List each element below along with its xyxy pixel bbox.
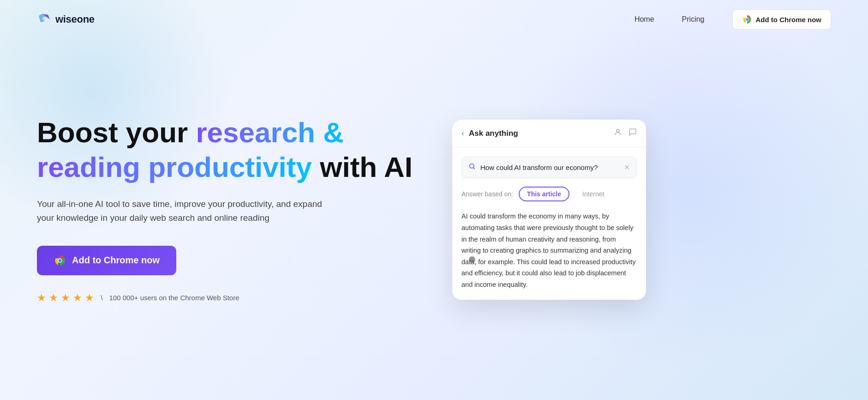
back-arrow-icon[interactable]: ‹ xyxy=(461,128,464,138)
svg-line-9 xyxy=(473,168,475,169)
logo[interactable]: wiseone xyxy=(37,12,95,27)
svg-point-0 xyxy=(42,17,46,20)
filter-internet-button[interactable]: Internet xyxy=(575,188,611,200)
svg-point-7 xyxy=(617,129,619,132)
navbar: wiseone Home Pricing Add to Chrome now xyxy=(0,0,868,39)
rating-row: ★ ★ ★ ★ ★ \ 100 000+ users on the Chrome… xyxy=(37,292,415,304)
hero-chrome-icon xyxy=(54,254,66,267)
filter-this-article-button[interactable]: This article xyxy=(519,187,569,201)
logo-icon xyxy=(37,12,52,27)
svg-point-6 xyxy=(59,259,62,262)
filter-label: Answer based on: xyxy=(461,190,513,198)
logo-text: wiseone xyxy=(55,13,95,25)
star-3: ★ xyxy=(61,292,70,304)
filter-row: Answer based on: This article Internet xyxy=(461,187,637,201)
headline-part2: reading productivity xyxy=(37,151,312,183)
hero-add-to-chrome-button[interactable]: Add to Chrome now xyxy=(37,246,176,275)
hero-left: Boost your research & reading productivi… xyxy=(37,115,415,304)
search-query-text: How could AI transform our economy? xyxy=(480,164,619,171)
svg-point-8 xyxy=(470,164,474,168)
nav-add-to-chrome-button[interactable]: Add to Chrome now xyxy=(732,9,832,30)
headline-part3: with AI xyxy=(312,151,413,183)
user-icon[interactable] xyxy=(614,128,622,139)
search-icon xyxy=(468,163,476,172)
widget-header-left: ‹ Ask anything xyxy=(461,128,518,138)
nav-pricing[interactable]: Pricing xyxy=(682,15,705,24)
star-2: ★ xyxy=(49,292,58,304)
hero-cta-label: Add to Chrome now xyxy=(72,255,160,266)
widget-container: ‹ Ask anything How could xyxy=(452,120,646,299)
star-4: ★ xyxy=(73,292,82,304)
star-half: ★ xyxy=(85,292,94,304)
widget-title: Ask anything xyxy=(469,129,518,138)
nav-cta-label: Add to Chrome now xyxy=(756,16,822,24)
widget-header: ‹ Ask anything xyxy=(452,120,646,147)
users-count: 100 000+ users on the Chrome Web Store xyxy=(109,294,239,302)
headline-part1: Boost your xyxy=(37,116,196,148)
ask-widget: ‹ Ask anything How could xyxy=(452,120,646,299)
svg-point-3 xyxy=(746,18,748,20)
nav-home[interactable]: Home xyxy=(635,15,654,24)
widget-header-icons xyxy=(614,128,637,139)
chrome-icon xyxy=(742,14,752,24)
hero-subtext: Your all-in-one AI tool to save time, im… xyxy=(37,197,332,225)
headline-gradient: research & xyxy=(196,116,344,148)
chat-icon[interactable] xyxy=(629,128,637,139)
answer-text: AI could transform the economy in many w… xyxy=(461,211,637,290)
nav-links: Home Pricing Add to Chrome now xyxy=(635,9,831,30)
headline: Boost your research & reading productivi… xyxy=(37,115,415,184)
clear-search-icon[interactable]: ✕ xyxy=(624,163,630,172)
main-content: Boost your research & reading productivi… xyxy=(0,39,868,371)
search-bar[interactable]: How could AI transform our economy? ✕ xyxy=(461,157,637,178)
users-text: \ xyxy=(99,294,105,302)
widget-body: How could AI transform our economy? ✕ An… xyxy=(452,147,646,299)
star-1: ★ xyxy=(37,292,46,304)
